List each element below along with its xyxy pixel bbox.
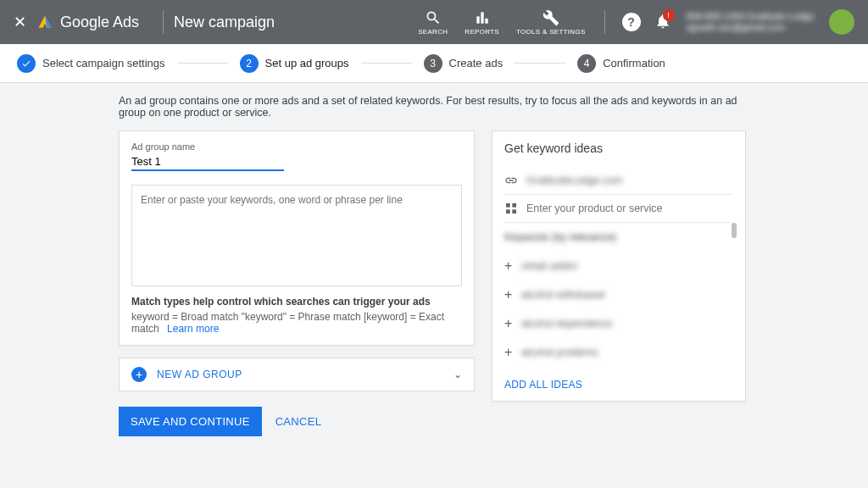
- step-confirmation[interactable]: 4 Confirmation: [577, 54, 665, 73]
- keyword-ideas-title: Get keyword ideas: [504, 141, 733, 155]
- add-all-ideas-button[interactable]: ADD ALL IDEAS: [504, 379, 733, 391]
- intro-text: An ad group contains one or more ads and…: [119, 95, 749, 119]
- svg-rect-8: [512, 209, 516, 214]
- search-icon: [425, 9, 442, 26]
- page-title: New campaign: [174, 14, 275, 31]
- tools-settings-tool[interactable]: TOOLS & SETTINGS: [516, 9, 586, 36]
- step-ad-groups[interactable]: 2 Set up ad groups: [240, 54, 349, 73]
- divider: [604, 10, 605, 34]
- ad-group-panel: Ad group name Match types help control w…: [119, 130, 475, 346]
- reports-icon: [474, 9, 491, 26]
- keyword-suggestion[interactable]: +alcohol dependence: [504, 309, 733, 338]
- app-header: ✕ Google Ads New campaign SEARCH REPORTS…: [0, 0, 868, 44]
- step-create-ads[interactable]: 3 Create ads: [424, 54, 504, 73]
- close-icon[interactable]: ✕: [14, 13, 26, 31]
- grid-icon: [504, 202, 518, 215]
- account-info[interactable]: 904-609-1264 Gratitude Lodge sgowth.nyc@…: [687, 11, 814, 33]
- keyword-suggestion[interactable]: +alcohol withdrawal: [504, 280, 733, 309]
- google-ads-logo-icon: [36, 14, 53, 30]
- ad-group-name-input[interactable]: [131, 153, 284, 171]
- learn-more-link[interactable]: Learn more: [167, 323, 219, 335]
- link-icon: [504, 174, 518, 187]
- match-types-hint: Match types help control which searches …: [131, 296, 462, 335]
- keyword-suggestions-list: Keywords (by relevance) +rehab addict +a…: [504, 223, 733, 367]
- svg-rect-4: [485, 18, 487, 23]
- keyword-suggestion[interactable]: +rehab addict: [504, 252, 733, 280]
- svg-rect-2: [476, 16, 479, 23]
- save-continue-button[interactable]: SAVE AND CONTINUE: [119, 407, 262, 436]
- plus-icon: +: [504, 345, 521, 360]
- wrench-icon: [542, 9, 559, 26]
- brand-text: Google Ads: [60, 14, 139, 31]
- keyword-suggestion[interactable]: +alcohol problems: [504, 338, 733, 367]
- cancel-button[interactable]: CANCEL: [275, 415, 322, 428]
- ad-group-name-label: Ad group name: [131, 141, 462, 152]
- check-icon: [17, 54, 36, 73]
- chevron-down-icon: ⌄: [453, 369, 462, 380]
- avatar[interactable]: [829, 9, 854, 35]
- svg-rect-3: [481, 12, 483, 23]
- step-campaign-settings[interactable]: Select campaign settings: [17, 54, 165, 73]
- divider: [163, 10, 164, 34]
- notification-badge: !: [663, 9, 675, 21]
- keyword-ideas-panel: Get keyword ideas GratitudeLodge.com Key…: [492, 130, 746, 402]
- plus-icon: +: [504, 258, 521, 274]
- plus-icon: +: [504, 316, 521, 331]
- keywords-textarea[interactable]: [131, 185, 462, 286]
- help-icon[interactable]: ?: [622, 13, 641, 31]
- reports-tool[interactable]: REPORTS: [465, 9, 499, 36]
- svg-rect-7: [506, 209, 510, 214]
- plus-icon: +: [504, 287, 521, 302]
- action-bar: SAVE AND CONTINUE CANCEL: [119, 407, 475, 436]
- main-content: An ad group contains one or more ads and…: [0, 83, 868, 488]
- svg-rect-6: [512, 203, 516, 208]
- url-row[interactable]: GratitudeLodge.com: [504, 167, 733, 195]
- plus-icon: +: [131, 367, 147, 382]
- notifications-icon[interactable]: !: [654, 13, 671, 32]
- svg-rect-5: [506, 203, 510, 208]
- product-row[interactable]: [504, 195, 733, 223]
- product-input[interactable]: [526, 202, 733, 214]
- stepper: Select campaign settings 2 Set up ad gro…: [0, 44, 868, 83]
- new-ad-group-button[interactable]: + NEW AD GROUP ⌄: [119, 358, 475, 391]
- search-tool[interactable]: SEARCH: [418, 9, 448, 36]
